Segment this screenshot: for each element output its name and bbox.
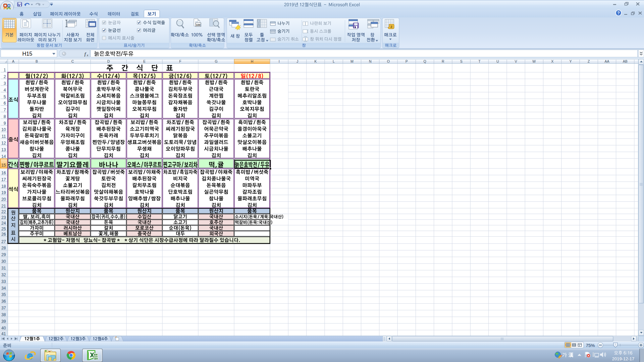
svg-text:15: 15 xyxy=(1,163,6,168)
svg-text:24: 24 xyxy=(1,221,6,226)
svg-text:38: 38 xyxy=(1,312,6,317)
svg-text:17: 17 xyxy=(1,177,6,182)
svg-text:26: 26 xyxy=(1,232,6,237)
svg-text:x: x xyxy=(86,53,89,57)
svg-text:12: 12 xyxy=(1,141,6,145)
svg-text:7: 7 xyxy=(4,108,6,112)
svg-text:P: P xyxy=(406,59,408,63)
svg-text:28: 28 xyxy=(1,246,6,250)
svg-text:K: K xyxy=(314,59,317,63)
svg-text:Z: Z xyxy=(390,25,392,28)
svg-text:X: X xyxy=(551,59,553,63)
svg-text:Y: Y xyxy=(569,59,572,63)
svg-text:5: 5 xyxy=(4,95,6,99)
svg-text:37: 37 xyxy=(1,306,6,310)
svg-text:34: 34 xyxy=(1,286,6,291)
svg-text:U: U xyxy=(496,59,499,63)
svg-text:B: B xyxy=(36,59,38,63)
svg-text:25: 25 xyxy=(1,227,6,231)
svg-text:18: 18 xyxy=(1,184,6,189)
svg-text:23: 23 xyxy=(1,215,6,220)
svg-text:A: A xyxy=(12,59,14,63)
svg-text:D: D xyxy=(107,59,110,63)
svg-text:75%: 75% xyxy=(586,343,595,348)
svg-text:G: G xyxy=(215,59,217,63)
svg-text:10: 10 xyxy=(1,127,6,132)
svg-text:20: 20 xyxy=(1,197,6,202)
svg-text:?: ? xyxy=(617,11,620,15)
svg-text:11: 11 xyxy=(2,134,6,139)
svg-text:16: 16 xyxy=(1,171,6,175)
svg-text:36: 36 xyxy=(1,299,6,304)
svg-text:R: R xyxy=(442,59,444,63)
svg-text:29: 29 xyxy=(1,252,6,257)
svg-text:19: 19 xyxy=(1,190,6,195)
svg-text:N: N xyxy=(369,59,372,63)
svg-text:8: 8 xyxy=(4,114,6,119)
svg-text:Q: Q xyxy=(424,59,426,63)
svg-text:I: I xyxy=(279,59,280,63)
svg-text:AA: AA xyxy=(605,59,609,63)
svg-text:39: 39 xyxy=(1,319,6,324)
svg-text:13: 13 xyxy=(1,147,6,152)
svg-text:41: 41 xyxy=(1,331,6,336)
svg-text:35: 35 xyxy=(1,292,6,297)
svg-text:C: C xyxy=(71,59,74,63)
svg-text:22: 22 xyxy=(1,209,6,214)
svg-text:H15: H15 xyxy=(22,51,33,57)
svg-text:40: 40 xyxy=(1,326,6,330)
svg-text:14: 14 xyxy=(1,154,6,159)
svg-text:S: S xyxy=(460,59,463,63)
svg-text:F: F xyxy=(179,59,181,63)
svg-text:V: V xyxy=(515,59,517,63)
svg-text:31: 31 xyxy=(1,266,6,270)
svg-text:9: 9 xyxy=(4,121,6,126)
svg-text:3: 3 xyxy=(4,81,6,86)
svg-text:2019-12-17: 2019-12-17 xyxy=(612,356,635,361)
svg-text:21: 21 xyxy=(1,204,6,208)
svg-text:33: 33 xyxy=(1,279,6,284)
svg-text:4: 4 xyxy=(4,88,6,93)
svg-text:T: T xyxy=(478,59,481,63)
svg-text:6: 6 xyxy=(4,101,6,106)
svg-text:J: J xyxy=(297,59,298,63)
svg-text:27: 27 xyxy=(1,239,6,244)
svg-text:M: M xyxy=(351,59,354,63)
svg-text:30: 30 xyxy=(1,259,6,264)
svg-text:E: E xyxy=(143,59,146,63)
svg-text:Z: Z xyxy=(588,59,590,63)
svg-text:H: H xyxy=(251,59,254,63)
svg-text:32: 32 xyxy=(1,273,6,277)
svg-text:L: L xyxy=(333,59,335,63)
svg-text:W: W xyxy=(532,59,536,63)
svg-text:2: 2 xyxy=(4,74,6,79)
svg-text:100: 100 xyxy=(196,23,201,26)
svg-text:O: O xyxy=(387,59,390,63)
svg-text:1: 1 xyxy=(4,68,6,72)
svg-text:AB: AB xyxy=(623,59,628,63)
